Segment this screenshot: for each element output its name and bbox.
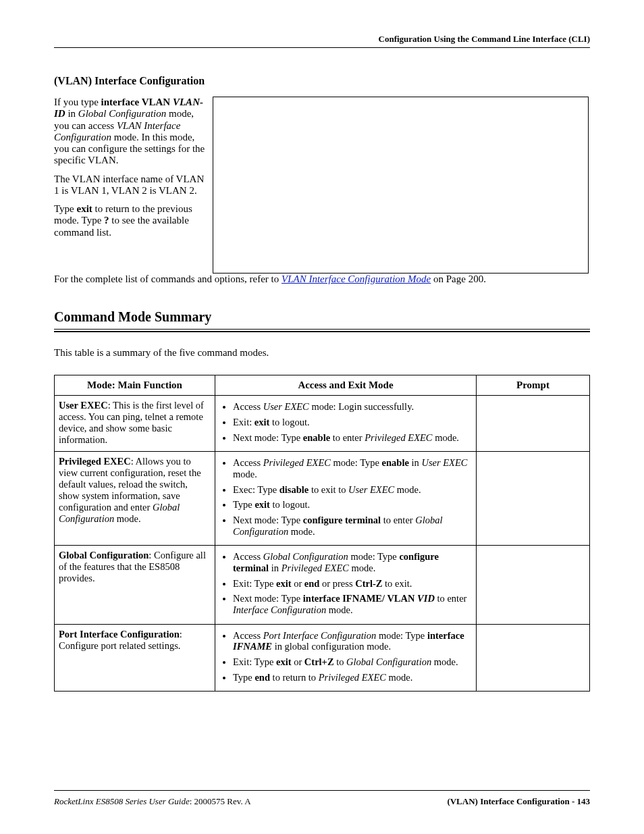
text: Access [233,457,263,468]
text: mode: Type [376,630,427,641]
text: or [292,578,304,589]
running-header: Configuration Using the Command Line Int… [54,34,590,48]
list-item: Access Privileged EXEC mode: Type enable… [233,457,472,479]
text-bold: exit [254,417,270,427]
cell-prompt [477,624,590,692]
table-row: Port Interface Configuration: Configure … [55,624,590,692]
bullet-list: Access Privileged EXEC mode: Type enable… [219,457,472,537]
footer-left: RocketLinx ES8508 Series User Guide: 200… [54,796,251,807]
list-item: Access Global Configuration mode: Type c… [233,551,472,573]
list-item: Exec: Type disable to exit to User EXEC … [233,484,472,496]
text-italic: Global Configuration [263,551,348,562]
table-header-prompt: Prompt [477,375,590,396]
footer-right: (VLAN) Interface Configuration - 143 [447,796,590,807]
text-bold: exit [254,499,270,510]
text: to exit to [308,484,348,495]
text: in [65,108,78,119]
text: to enter [435,593,467,604]
text: If you type [54,97,101,107]
table-header-access: Access and Exit Mode [215,375,477,396]
text: to logout. [269,417,309,427]
text-bold: end [254,672,270,683]
text-bold: Global Configuration [59,550,149,561]
bullet-list: Access Global Configuration mode: Type c… [219,551,472,615]
bullet-list: Access Port Interface Configuration mode… [219,630,472,683]
text: mode. [433,432,459,443]
section-title: (VLAN) Interface Configuration [54,75,590,87]
table-header-mode: Mode: Main Function [55,375,215,396]
cell-mode: User EXEC: This is the first level of ac… [55,396,215,452]
text: Exit: [233,417,254,427]
text: mode: Type [331,457,382,468]
text: mode. [394,484,421,495]
prose-column: If you type interface VLAN VLAN-ID in Gl… [54,97,213,245]
text-italic: User EXEC [421,457,467,468]
text-bold: Ctrl+Z [304,656,334,667]
text-italic: Global Configuration [78,108,166,119]
cell-mode: Global Configuration: Configure all of t… [55,546,215,624]
text-bold: Ctrl-Z [355,578,382,589]
paragraph-3: Type exit to return to the previous mode… [54,203,206,238]
list-item: Type exit to logout. [233,499,472,511]
text: For the complete list of commands and op… [54,273,281,284]
text: Type [54,203,77,214]
text-bold: interface VLAN [101,97,173,107]
text: or press [319,578,355,589]
paragraph-4: For the complete list of commands and op… [54,273,590,285]
bullet-list: Access User EXEC mode: Login successfull… [219,401,472,443]
text: mode. [233,469,257,479]
text-bold: disable [279,484,309,495]
text: in [269,563,281,573]
list-item: Next mode: Type configure terminal to en… [233,515,472,537]
table-row: Privileged EXEC: Allows you to view curr… [55,452,590,546]
paragraph-1: If you type interface VLAN VLAN-ID in Gl… [54,97,206,167]
text: Next mode: Type [233,593,303,604]
page-footer: RocketLinx ES8508 Series User Guide: 200… [54,790,590,807]
text: mode. [431,656,458,667]
text-bold-italic: IFNAME [233,641,272,652]
text: Exec: Type [233,484,279,495]
text: mode. [326,604,352,615]
text: to enter [381,515,415,525]
text-bold: enable [382,457,409,468]
heading-rule [54,329,590,332]
text: in global configuration mode. [272,641,391,652]
cell-mode: Privileged EXEC: Allows you to view curr… [55,452,215,546]
text: Exit: Type [233,656,276,667]
text: Type [233,499,254,510]
link-vlan-interface-config-mode[interactable]: VLAN Interface Configuration Mode [281,273,431,284]
text: to [334,656,347,667]
text-italic: Port Interface Configuration [263,630,377,641]
text: Next mode: Type [233,515,303,525]
text-italic: Interface Configuration [233,604,326,615]
text: to enter [330,432,365,443]
text: on Page 200. [431,273,486,284]
text-italic: Privileged EXEC [319,672,386,683]
text: Access [233,551,263,562]
text-italic: Privileged EXEC [263,457,331,468]
list-item: Next mode: Type enable to enter Privileg… [233,432,472,444]
text: Next mode: Type [233,432,303,443]
page: Configuration Using the Command Line Int… [0,0,644,834]
text: in [409,457,422,468]
list-item: Access Port Interface Configuration mode… [233,630,472,652]
text: or [292,656,304,667]
text: to logout. [270,499,310,510]
cell-prompt [477,452,590,546]
heading-command-mode-summary: Command Mode Summary [54,309,590,325]
section-body: If you type interface VLAN VLAN-ID in Gl… [54,97,590,273]
text: to return to [270,672,319,683]
text-bold: Port Interface Configuration [59,629,180,640]
text: to exit. [382,578,412,589]
summary-intro: This table is a summary of the five comm… [54,347,590,359]
text: Access [233,630,263,641]
text-bold: exit [77,203,92,214]
cell-mode: Port Interface Configuration: Configure … [55,624,215,692]
list-item: Exit: Type exit or end or press Ctrl-Z t… [233,578,472,590]
text: mode. [386,672,412,683]
text-bold: exit [276,578,292,589]
table-row: User EXEC: This is the first level of ac… [55,396,590,452]
list-item: Exit: Type exit or Ctrl+Z to Global Conf… [233,656,472,668]
table-header-row: Mode: Main Function Access and Exit Mode… [55,375,590,396]
text: Type [233,672,254,683]
